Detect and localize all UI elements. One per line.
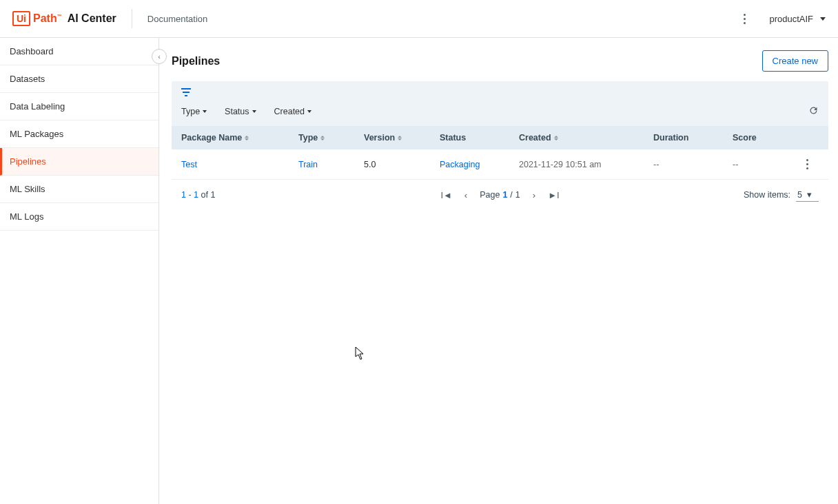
cell-created: 2021-11-29 10:51 am [519,160,653,169]
col-label: Type [298,133,318,143]
show-items-value: 5 [797,190,802,200]
documentation-link[interactable]: Documentation [147,14,207,24]
user-menu[interactable]: productAIF [769,14,826,24]
col-created[interactable]: Created [519,133,653,143]
page-title: Pipelines [172,55,220,67]
col-label: Status [440,133,466,143]
page-last-icon[interactable]: ►I [548,190,559,200]
filter-type-label: Type [181,107,200,116]
col-label: Created [519,133,551,143]
sidebar-item-ml-skills[interactable]: ML Skills [0,176,159,203]
page-total: 1 [515,190,520,200]
page-next-icon[interactable]: › [533,190,535,200]
page-prev-icon[interactable]: ‹ [464,190,467,200]
user-name: productAIF [769,14,813,24]
col-label: Version [364,133,395,143]
page-first-icon[interactable]: I◄ [440,190,451,200]
table-header: Package Name Type Version Status Created [172,126,828,149]
logo-ui: Ui [12,11,30,26]
sidebar-item-datasets[interactable]: Datasets [0,65,159,93]
show-items-label: Show items: [744,190,790,200]
sidebar-item-dashboard[interactable]: Dashboard [0,38,159,65]
refresh-icon[interactable] [808,105,819,118]
col-status[interactable]: Status [440,133,519,143]
sort-icon [320,136,325,140]
filter-created-label: Created [274,107,305,116]
table-row: Test Train 5.0 Packaging 2021-11-29 10:5… [172,149,828,180]
caret-down-icon [307,110,311,113]
sidebar-item-ml-logs[interactable]: ML Logs [0,203,159,231]
filter-icon[interactable] [181,88,191,98]
mouse-cursor-icon [355,346,366,360]
sort-icon [398,136,402,140]
logo: Ui Path™ AI Center [12,11,116,26]
range-from: 1 [181,190,186,200]
app-header: Ui Path™ AI Center Documentation product… [0,0,838,38]
logo-path-text: Path [33,12,57,24]
of-word: of [201,190,208,200]
cell-version: 5.0 [364,160,440,169]
row-menu-icon[interactable] [806,159,808,169]
cell-duration: -- [653,160,733,169]
filter-status-label: Status [225,107,249,116]
cell-score: -- [733,160,781,169]
filter-status[interactable]: Status [225,107,256,116]
create-new-button[interactable]: Create new [762,50,828,72]
pagination: 1 - 1 of 1 I◄ ‹ Page 1 / 1 [172,180,828,210]
sort-icon [554,136,558,140]
col-version[interactable]: Version [364,133,440,143]
page-sep: / [510,190,512,200]
filter-type[interactable]: Type [181,107,207,116]
cell-status[interactable]: Packaging [440,160,519,169]
show-items-select[interactable]: 5 ▾ [796,188,819,202]
caret-down-icon [252,110,256,113]
logo-path: Path™ [33,12,62,25]
col-label: Score [733,133,757,143]
range-to: 1 [194,190,198,200]
chevron-down-icon [820,17,826,21]
main-content: Pipelines Create new Type Status Cre [159,38,838,504]
filter-created[interactable]: Created [274,107,311,116]
col-label: Package Name [181,133,242,143]
pipelines-table: Type Status Created Package Name [172,81,828,210]
sidebar: Dashboard Datasets Data Labeling ML Pack… [0,38,159,504]
cell-package-name[interactable]: Test [181,160,298,169]
sidebar-item-pipelines[interactable]: Pipelines [0,148,159,176]
app-name: AI Center [68,12,116,25]
sort-icon [245,136,249,140]
header-divider [132,9,132,28]
page-word: Page [480,190,500,200]
col-score[interactable]: Score [733,133,781,143]
sidebar-item-ml-packages[interactable]: ML Packages [0,120,159,148]
logo-tm: ™ [57,14,62,19]
col-type[interactable]: Type [298,133,364,143]
sidebar-item-data-labeling[interactable]: Data Labeling [0,93,159,120]
col-duration[interactable]: Duration [653,133,733,143]
cell-type[interactable]: Train [298,160,364,169]
col-package-name[interactable]: Package Name [181,133,298,143]
col-label: Duration [653,133,688,143]
header-more-icon[interactable] [739,14,750,24]
caret-down-icon [203,110,207,113]
page-current: 1 [502,190,507,200]
total-count: 1 [210,190,215,200]
